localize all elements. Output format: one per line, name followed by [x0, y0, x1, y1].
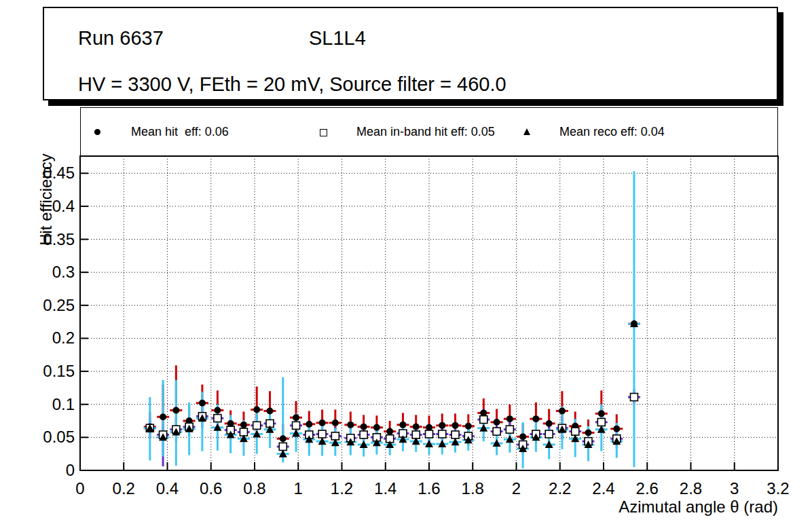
svg-text:0.2: 0.2: [113, 479, 135, 498]
svg-text:1.2: 1.2: [331, 479, 353, 498]
svg-text:2: 2: [512, 479, 521, 498]
svg-text:2.4: 2.4: [592, 479, 614, 498]
x-axis-title: Azimutal angle θ (rad): [619, 498, 778, 517]
svg-text:0: 0: [66, 461, 75, 479]
svg-text:2.2: 2.2: [549, 479, 571, 498]
svg-text:0.15: 0.15: [43, 362, 75, 380]
svg-text:0.4: 0.4: [156, 479, 179, 498]
svg-text:1.4: 1.4: [374, 479, 396, 498]
svg-text:0.05: 0.05: [43, 428, 75, 446]
plot-area: 00.20.40.60.811.21.41.61.822.22.42.62.83…: [0, 0, 812, 524]
svg-text:0.25: 0.25: [43, 296, 75, 314]
svg-text:3.2: 3.2: [767, 479, 789, 498]
svg-text:0: 0: [75, 479, 84, 498]
svg-text:3: 3: [730, 479, 739, 498]
svg-text:1.8: 1.8: [462, 479, 484, 498]
svg-text:1.6: 1.6: [418, 479, 440, 498]
svg-text:0.3: 0.3: [52, 263, 75, 281]
svg-text:0.1: 0.1: [52, 395, 75, 413]
y-axis-title: Hit efficiency: [37, 135, 56, 264]
svg-text:0.6: 0.6: [200, 479, 222, 498]
svg-text:0.2: 0.2: [52, 329, 75, 347]
svg-text:2.6: 2.6: [636, 479, 659, 498]
root-canvas: Run 6637 SL1L4 HV = 3300 V, FEth = 20 mV…: [0, 0, 812, 524]
svg-text:2.8: 2.8: [680, 479, 702, 498]
svg-text:1: 1: [294, 479, 303, 498]
svg-text:0.8: 0.8: [243, 479, 265, 498]
